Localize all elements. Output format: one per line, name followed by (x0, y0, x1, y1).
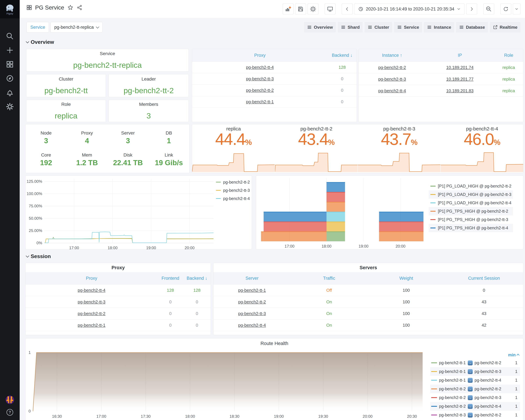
alerts-chart-panel[interactable]: 17:0018:0019:0020:00 [P1] PG_LOAD_HIGH @… (256, 176, 523, 249)
service-filter-dropdown[interactable]: pg-bench2-tt-replica (51, 22, 103, 32)
column-header-backend[interactable]: Backend ↓ (183, 276, 211, 281)
cell-ip[interactable]: 10.189.201.74 (426, 65, 494, 70)
column-header-current-session[interactable]: Current Session (445, 276, 523, 281)
time-range-forward-button[interactable] (466, 4, 477, 14)
zoom-out-button[interactable] (483, 4, 494, 14)
column-header-traffic[interactable]: Traffic (291, 276, 368, 281)
route-legend-row[interactable]: pg-bench2-tt-1→pg-bench2-tt-41 (430, 376, 520, 384)
nav-link-realtime[interactable]: Realtime (490, 22, 520, 32)
svg-text:125.00%: 125.00% (27, 179, 42, 184)
user-avatar[interactable] (0, 395, 20, 404)
route-legend-row[interactable]: pg-bench2-tt-2→pg-bench2-tt-41 (430, 402, 520, 411)
card-value: pg-bench2-tt-2 (123, 86, 174, 95)
column-header-proxy[interactable]: Proxy (26, 276, 158, 281)
cycle-view-mode-button[interactable] (325, 4, 336, 14)
add-panel-button[interactable] (283, 4, 293, 14)
cell-value: replica (502, 77, 515, 82)
stat-label: Disk (123, 152, 132, 158)
column-header-label: Role (504, 53, 513, 58)
refresh-button[interactable] (500, 4, 511, 14)
cell-server[interactable]: pg-bench2-tt-4 (214, 323, 291, 328)
cell-proxy[interactable]: pg-bench2-tt-3 (192, 76, 328, 81)
help-icon[interactable]: ? (0, 409, 20, 416)
cell-backend: 0 (183, 311, 211, 316)
route-legend-row[interactable]: pg-bench2-tt-3→pg-bench2-tt-21 (430, 411, 520, 419)
dashboard-grid-icon[interactable] (27, 5, 32, 10)
time-range-back-button[interactable] (342, 4, 353, 14)
cell-instance[interactable]: pg-bench2-tt-3 (359, 77, 426, 82)
legend-min-header[interactable]: min (430, 351, 520, 358)
table-row: pg-bench2-tt-300 (26, 296, 211, 308)
cell-server[interactable]: pg-bench2-tt-3 (214, 311, 291, 316)
nav-link-service[interactable]: Service (394, 22, 422, 32)
legend-item[interactable]: [P1] PG_TPS_HIGH @ pg-bench2-tt-2 (429, 207, 513, 215)
legend-label: [P1] PG_TPS_HIGH @ pg-bench2-tt-3 (438, 217, 508, 222)
cell-server[interactable]: pg-bench2-tt-1 (214, 288, 291, 293)
cell-proxy[interactable]: pg-bench2-tt-2 (26, 311, 158, 316)
section-overview[interactable]: Overview (26, 39, 54, 45)
sidebar-item-explore[interactable] (0, 72, 20, 85)
cell-proxy[interactable]: pg-bench2-tt-3 (26, 299, 158, 305)
legend-item[interactable]: [P1] PG_TPS_HIGH @ pg-bench2-tt-3 (429, 215, 513, 224)
cell-weight: 100 (368, 311, 445, 316)
legend-item[interactable]: pg-bench2-tt-3 (216, 188, 250, 193)
legend-item[interactable]: [P1] PG_LOAD_HIGH @ pg-bench2-tt-2 (429, 182, 513, 190)
cell-server[interactable]: pg-bench2-tt-2 (214, 299, 291, 305)
route-legend-row[interactable]: pg-bench2-tt-2→pg-bench2-tt-21 (430, 384, 520, 393)
sidebar-item-alerting[interactable] (0, 86, 20, 99)
section-session-label: Session (31, 253, 51, 259)
star-icon[interactable] (67, 5, 73, 10)
svg-text:18:00: 18:00 (322, 244, 331, 248)
column-header-backend[interactable]: Backend ↓ (328, 53, 357, 58)
sidebar-item-dashboards[interactable] (0, 58, 20, 71)
time-picker-button[interactable]: 2020-10-21 16:14:49 to 2020-10-21 20:35:… (354, 4, 465, 14)
sidebar-item-settings[interactable] (0, 100, 20, 113)
cell-link: pg-bench2-tt-4 (378, 88, 406, 93)
route-legend-row[interactable]: pg-bench2-tt-2→pg-bench2-tt-31 (430, 393, 520, 402)
nav-link-shard[interactable]: Shard (338, 22, 363, 32)
cell-proxy[interactable]: pg-bench2-tt-1 (26, 323, 158, 328)
share-icon[interactable] (77, 5, 83, 10)
legend-item[interactable]: [P1] PG_LOAD_HIGH @ pg-bench2-tt-3 (429, 190, 513, 199)
legend-item[interactable]: pg-bench2-tt-2 (216, 180, 250, 185)
nav-link-instance[interactable]: Instance (424, 22, 454, 32)
cell-ip[interactable]: 10.189.201.77 (426, 77, 494, 82)
section-session[interactable]: Session (26, 253, 51, 259)
save-dashboard-button[interactable] (295, 4, 306, 14)
route-legend-row[interactable]: pg-bench2-tt-1→pg-bench2-tt-31 (430, 367, 520, 376)
column-header-proxy[interactable]: Proxy (192, 53, 328, 58)
cell-ip[interactable]: 10.189.201.83 (426, 88, 494, 93)
cell-proxy[interactable]: pg-bench2-tt-2 (192, 88, 328, 93)
legend-item[interactable]: [P1] PG_LOAD_HIGH @ pg-bench2-tt-4 (429, 199, 513, 207)
sidebar-item-search[interactable] (0, 29, 20, 43)
column-header-server[interactable]: Server (214, 276, 291, 281)
column-header-weight[interactable]: Weight (368, 276, 445, 281)
card-label: Cluster (59, 76, 73, 82)
alerts-legend: [P1] PG_LOAD_HIGH @ pg-bench2-tt-2[P1] P… (429, 182, 513, 232)
route-to: pg-bench2-tt-2 (475, 413, 501, 417)
refresh-interval-button[interactable] (513, 4, 520, 14)
monitor-icon (327, 6, 333, 12)
cell-instance[interactable]: pg-bench2-tt-2 (359, 65, 426, 70)
nav-link-overview[interactable]: Overview (304, 22, 336, 32)
cell-proxy[interactable]: pg-bench2-tt-4 (26, 288, 158, 293)
column-header-role[interactable]: Role (494, 53, 523, 58)
stat-label: Core (41, 152, 51, 158)
column-header-ip[interactable]: IP (426, 53, 494, 58)
nav-link-database[interactable]: Database (456, 22, 488, 32)
legend-item[interactable]: [P1] PG_TPS_HIGH @ pg-bench2-tt-4 (429, 224, 513, 232)
pigsty-logo[interactable]: Pigsty (0, 0, 20, 18)
sidebar-item-add[interactable] (0, 44, 20, 57)
route-health-panel[interactable]: Route Health 16:3017:0017:3018:0018:3019… (25, 338, 523, 420)
gauge-value: 46.0% (441, 131, 523, 147)
cell-proxy[interactable]: pg-bench2-tt-1 (192, 99, 328, 104)
nav-link-cluster[interactable]: Cluster (365, 22, 392, 32)
cell-proxy[interactable]: pg-bench2-tt-4 (192, 65, 328, 70)
dashboard-settings-button[interactable] (308, 4, 319, 14)
column-header-frontend[interactable]: Frontend (158, 276, 183, 281)
service-load-chart-panel[interactable]: 17:0018:0019:0020:000%25.00%50.00%75.00%… (25, 176, 252, 249)
legend-item[interactable]: pg-bench2-tt-4 (216, 196, 250, 201)
route-legend-row[interactable]: pg-bench2-tt-1→pg-bench2-tt-21 (430, 358, 520, 367)
column-header-instance[interactable]: Instance ↑ (359, 53, 426, 58)
cell-instance[interactable]: pg-bench2-tt-4 (359, 88, 426, 93)
